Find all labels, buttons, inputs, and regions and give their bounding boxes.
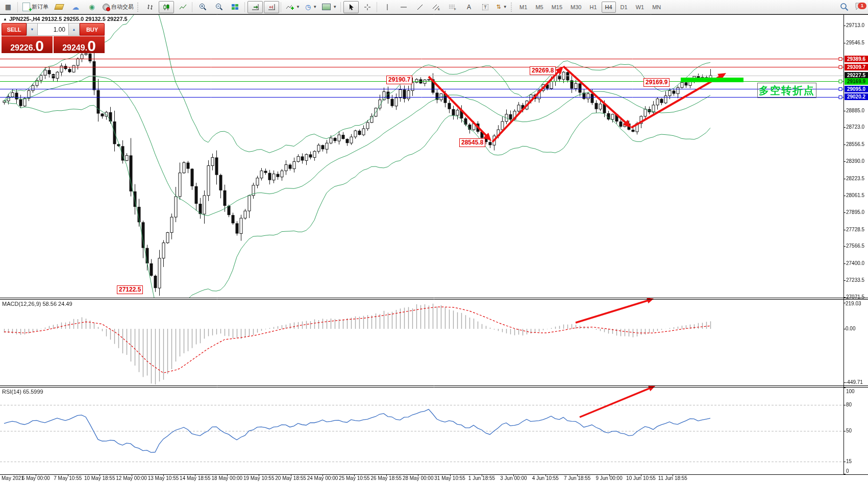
price-tick-label: 27728.5	[846, 227, 864, 232]
templates-caret-icon: ▼	[333, 5, 337, 9]
zoom-in-button[interactable]	[195, 1, 210, 13]
chart-shift-button[interactable]	[264, 1, 279, 13]
chart-shift-icon	[268, 4, 276, 11]
volume-input[interactable]: 1.00	[38, 23, 68, 36]
signals-button[interactable]: ◉	[84, 1, 100, 13]
new-order-button[interactable]: 新订单	[20, 1, 51, 13]
timeframe-h4-button[interactable]: H4	[602, 2, 616, 13]
trendline-button[interactable]	[412, 1, 428, 13]
price-badge: 29095.0	[845, 86, 868, 92]
candlestick-chart-button[interactable]	[159, 1, 174, 13]
fibonacci-button[interactable]: F	[445, 1, 460, 13]
price-tick-label: 28556.5	[846, 141, 864, 147]
date-tick-label: 3 Jun 00:00	[500, 475, 527, 481]
periods-caret-icon: ▼	[313, 5, 317, 9]
templates-button[interactable]: ▼	[320, 1, 339, 13]
price-tick-label: 28390.0	[846, 158, 864, 164]
line-chart-icon	[179, 4, 187, 11]
timeframe-m5-button[interactable]: M5	[532, 2, 547, 13]
volume-increase-button[interactable]: ▲	[68, 23, 80, 36]
arrows-caret-icon: ▼	[503, 5, 507, 9]
zoom-in-icon	[199, 3, 207, 11]
swing-price-label[interactable]: 29269.8	[530, 66, 556, 75]
timeframe-d1-button[interactable]: D1	[617, 2, 631, 13]
charts-window-button[interactable]: ▦	[1, 1, 16, 13]
cursor-button[interactable]	[343, 1, 359, 13]
date-tick-label: 19 May 10:55	[243, 475, 275, 481]
toolbar-separator	[17, 2, 18, 12]
swing-price-label[interactable]: 29190.7	[386, 76, 412, 84]
highlight-zone-rectangle[interactable]	[681, 78, 743, 82]
tile-windows-icon	[232, 4, 239, 10]
indicators-caret-icon: ▼	[296, 5, 300, 9]
price-badge: 29020.2	[845, 93, 868, 100]
autotrading-label: 自动交易	[111, 3, 134, 11]
timeframe-h1-button[interactable]: H1	[586, 2, 600, 13]
autotrading-button[interactable]: 自动交易	[101, 1, 136, 13]
horizontal-line-icon	[400, 4, 407, 10]
symbol-info[interactable]: ▲ JPN225-,H4 29132.5 29255.0 29132.5 292…	[3, 16, 128, 22]
crosshair-button[interactable]	[360, 1, 375, 13]
swing-price-label[interactable]: 28545.8	[459, 138, 485, 147]
timeframe-m1-button[interactable]: M1	[516, 2, 531, 13]
chart-window-icon: ▦	[5, 4, 11, 10]
notifications-button[interactable]: 1	[855, 2, 864, 12]
auto-scroll-button[interactable]	[247, 1, 263, 13]
date-tick-label: 12 May 00:00	[116, 475, 147, 481]
buy-button[interactable]: BUY	[80, 23, 105, 36]
toolbar-separator	[340, 2, 341, 12]
chart-canvas[interactable]	[0, 0, 868, 482]
indicators-button[interactable]: ▼	[284, 1, 302, 13]
toolbar-grip[interactable]	[511, 3, 513, 12]
trendline-icon	[416, 4, 424, 11]
bar-chart-button[interactable]	[142, 1, 158, 13]
horizontal-line-button[interactable]	[396, 1, 411, 13]
main-toolbar: ▦ 新订单 ☁ ◉ 自动交易 ▼ ◷▼ ▼ E	[0, 0, 868, 14]
pane-splitter[interactable]	[0, 297, 868, 300]
cursor-icon	[348, 4, 355, 11]
highlighter-button[interactable]	[52, 1, 67, 13]
new-order-label: 新订单	[32, 3, 48, 11]
date-tick-label: 24 May 00:00	[307, 475, 338, 481]
new-order-icon	[22, 3, 30, 11]
search-icon[interactable]	[840, 3, 849, 11]
text-label-icon: T	[482, 4, 488, 10]
timeframe-m15-button[interactable]: M15	[548, 2, 566, 13]
buy-price-big-digit: 0	[87, 40, 96, 52]
price-badge: 29389.6	[845, 56, 868, 62]
timeframe-w1-button[interactable]: W1	[632, 2, 648, 13]
sell-price-display[interactable]: 29226.0	[2, 36, 53, 53]
timeframe-mn-button[interactable]: MN	[649, 2, 664, 13]
text-button[interactable]: A	[461, 1, 477, 13]
timeframe-toolbar: M1M5M15M30H1H4D1W1MN	[515, 2, 665, 13]
toolbar-right-icons: 1	[840, 0, 864, 14]
sell-button[interactable]: SELL	[2, 23, 27, 36]
date-tick-label: 25 May 10:55	[339, 475, 370, 481]
indicators-icon	[286, 4, 294, 11]
buy-price-display[interactable]: 29249.0	[54, 36, 105, 53]
sell-price-big-digit: 0	[35, 40, 44, 52]
text-label-button[interactable]: T	[478, 1, 493, 13]
toolbar-grip[interactable]	[137, 3, 140, 12]
arrows-button[interactable]: ⇅▼	[494, 1, 509, 13]
equidistant-channel-button[interactable]: E	[429, 1, 444, 13]
candlestick-chart-icon	[163, 4, 170, 11]
fibonacci-icon: F	[449, 4, 457, 11]
date-tick-label: 26 May 18:55	[370, 475, 402, 481]
price-tick-label: 28223.5	[846, 176, 864, 181]
price-tick-label: 28885.0	[846, 108, 864, 113]
tile-windows-button[interactable]	[228, 1, 243, 13]
timeframe-m30-button[interactable]: M30	[567, 2, 585, 13]
svg-text:E: E	[438, 8, 440, 11]
line-chart-button[interactable]	[175, 1, 190, 13]
pane-splitter[interactable]	[0, 385, 868, 388]
volume-decrease-button[interactable]: ▼	[27, 23, 38, 36]
swing-price-label[interactable]: 29169.9	[643, 78, 669, 87]
periods-button[interactable]: ◷▼	[303, 1, 319, 13]
community-button[interactable]: ☁	[68, 1, 83, 13]
macd-tick-label: -449.71	[846, 379, 863, 385]
zoom-out-button[interactable]	[211, 1, 227, 13]
vertical-line-button[interactable]	[380, 1, 395, 13]
note-text-box[interactable]: 多空转折点	[757, 83, 816, 98]
swing-price-label[interactable]: 27122.5	[117, 285, 143, 294]
